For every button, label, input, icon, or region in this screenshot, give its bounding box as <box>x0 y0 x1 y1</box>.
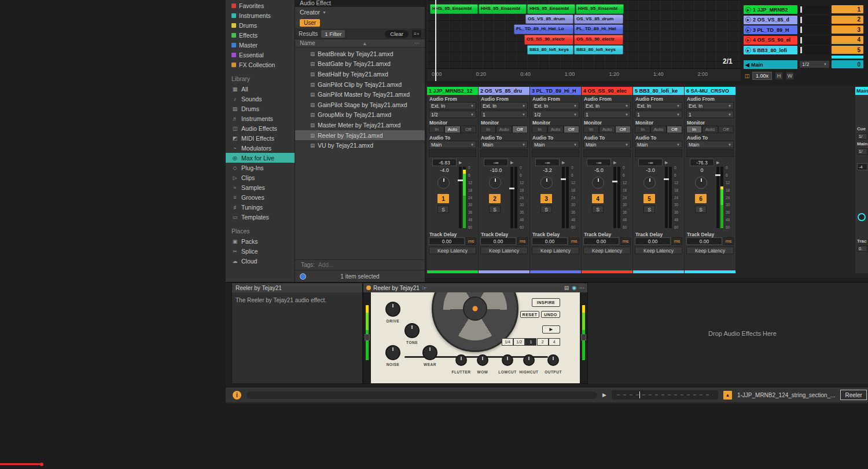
preview-play-icon[interactable]: ▶ <box>602 392 606 398</box>
drive-knob[interactable] <box>385 302 400 317</box>
main-number-box[interactable]: 0 <box>832 60 863 68</box>
monitor-in-button[interactable]: In <box>686 126 702 133</box>
volume-fader[interactable] <box>562 167 565 228</box>
track-delay-unit[interactable]: ms <box>620 237 631 245</box>
arrangement-clip[interactable]: OS_VS_85_drum <box>525 14 573 24</box>
arrangement-clip[interactable]: OS_VS_85_drum <box>574 14 623 24</box>
volume-value[interactable]: -5.0 <box>587 167 611 173</box>
pan-knob[interactable] <box>643 177 656 189</box>
library-item-audio-effects[interactable]: ◫Audio Effects <box>226 123 295 133</box>
library-item-templates[interactable]: ▭Templates <box>226 212 295 222</box>
device-tab-reeler[interactable]: Reeler <box>840 390 866 400</box>
track-delay-unit[interactable]: ms <box>723 237 734 245</box>
keep-latency-button[interactable]: Keep Latency <box>635 247 682 254</box>
volume-fader[interactable] <box>613 167 616 228</box>
wear-knob[interactable] <box>422 345 437 360</box>
track-delay-unit[interactable]: ms <box>517 237 528 245</box>
monitor-off-button[interactable]: Off <box>461 126 476 133</box>
input-type-select[interactable]: Ext. In▼ <box>429 102 476 109</box>
keep-latency-button[interactable]: Keep Latency <box>686 247 734 254</box>
arrangement-clip[interactable]: HHS_95_Ensembl <box>576 4 624 14</box>
collection-item-instruments[interactable]: Instruments <box>226 10 295 20</box>
filter-count-chip[interactable]: 1 Filter <box>321 30 345 38</box>
track-activator-button[interactable]: 1 <box>437 194 449 203</box>
pan-knob[interactable] <box>695 177 707 189</box>
volume-fader[interactable] <box>459 167 462 228</box>
monitor-off-button[interactable]: Off <box>667 126 682 133</box>
output-select[interactable]: Main▼ <box>429 141 476 148</box>
volume-value[interactable]: -10.0 <box>484 167 508 173</box>
crossfade-knob[interactable] <box>858 213 866 221</box>
keep-latency-button[interactable]: Keep Latency <box>583 247 631 254</box>
input-type-select[interactable]: Ext. In▼ <box>583 102 631 109</box>
places-item-packs[interactable]: ▣Packs <box>226 236 295 246</box>
arrangement-clip[interactable]: BB3_80_lofi_keys <box>527 45 573 55</box>
arrangement-clip[interactable]: PL_TD_89_Hi_Hat <box>574 24 623 34</box>
fader-handle[interactable] <box>458 179 463 181</box>
tone-knob[interactable] <box>404 323 420 338</box>
pan-knob[interactable] <box>592 177 604 189</box>
library-item-clips[interactable]: ▷Clips <box>226 173 295 182</box>
library-item-tunings[interactable]: ♯Tunings <box>226 202 295 212</box>
mixer-track-title[interactable]: 1 JJP_MRNB2_12 <box>427 87 478 95</box>
monitor-in-button[interactable]: In <box>429 126 444 133</box>
waveform-scrubber[interactable] <box>612 390 718 400</box>
division-1-button[interactable]: 1 <box>525 338 536 346</box>
clear-filters-button[interactable]: Clear <box>385 30 409 38</box>
monitor-in-button[interactable]: In <box>480 126 496 133</box>
tempo-multiplier[interactable]: 1.00x <box>752 72 772 80</box>
track-delay-value[interactable]: 0.00 <box>635 237 671 245</box>
main-out-select[interactable]: 1/ <box>857 148 867 155</box>
collection-item-favorites[interactable]: Favorites <box>226 1 295 10</box>
more-icon[interactable]: ⋯ <box>579 285 584 291</box>
name-column-header[interactable]: Name ▴ ⋯ <box>295 39 425 47</box>
left-rail-handle[interactable] <box>365 334 370 340</box>
device-title-bar[interactable]: Reeler by Tejay21 ☞ ▤ ◉ ⋯ <box>363 283 587 292</box>
solo-button[interactable]: S <box>489 206 501 213</box>
input-type-select[interactable]: Ext. In▼ <box>686 102 734 109</box>
solo-button[interactable]: S <box>695 206 707 213</box>
highcut-knob[interactable] <box>523 354 535 366</box>
solo-button[interactable]: S <box>540 206 552 213</box>
collection-item-fx-collection[interactable]: FX Collection <box>226 60 295 69</box>
main-track-delay-value[interactable]: 0. <box>857 246 867 252</box>
track-delay-value[interactable]: 0.00 <box>583 237 619 245</box>
flutter-knob[interactable] <box>455 354 467 366</box>
add-filter-icon[interactable]: ≡+ <box>412 30 421 38</box>
collection-item-essential[interactable]: Essential <box>226 50 295 60</box>
division-1-4-button[interactable]: 1/4 <box>502 338 513 346</box>
noise-knob[interactable] <box>385 345 400 360</box>
browser-file[interactable]: ▤BeatGate by Tejay21.amxd <box>295 59 425 69</box>
height-zoom-button[interactable]: H <box>775 72 783 80</box>
volume-fader[interactable] <box>716 167 719 228</box>
main-track-header[interactable]: ◀Main <box>744 60 797 69</box>
device-activator-icon[interactable] <box>366 285 371 290</box>
mixer-track-title[interactable]: 2 OS_VS_85_dru <box>479 87 529 95</box>
device-drop-area[interactable]: Drop Audio Effects Here <box>588 283 868 384</box>
track-activator-button[interactable]: 5 <box>643 194 655 203</box>
monitor-auto-button[interactable]: Auto <box>599 126 615 133</box>
main-strip-title[interactable]: Main <box>855 87 868 95</box>
library-item-plug-ins[interactable]: ◇Plug-Ins <box>226 163 295 173</box>
fader-handle[interactable] <box>612 181 617 182</box>
volume-fader[interactable] <box>510 167 513 228</box>
help-info-icon[interactable]: i <box>233 391 241 400</box>
collection-item-master[interactable]: Master <box>226 40 295 50</box>
fader-handle[interactable] <box>561 178 566 180</box>
track-number-box[interactable]: 1 <box>832 5 863 13</box>
input-channel-select[interactable]: 1▼ <box>635 111 682 118</box>
browser-file[interactable]: ▤BeatHalf by Tejay21.amxd <box>295 69 425 79</box>
library-item-midi-effects[interactable]: ◩MIDI Effects <box>226 133 295 143</box>
keep-latency-button[interactable]: Keep Latency <box>532 247 579 254</box>
arrangement-track-header[interactable]: ▶3 PL_TD_89_H <box>744 25 797 34</box>
monitor-off-button[interactable]: Off <box>564 126 579 133</box>
volume-value[interactable]: -4.0 <box>432 167 457 173</box>
track-activator-button[interactable]: 2 <box>489 194 501 203</box>
input-type-select[interactable]: Ext. In▼ <box>532 102 579 109</box>
category-filter[interactable]: Audio Effect <box>295 0 425 7</box>
track-delay-unit[interactable]: ms <box>466 237 476 245</box>
output-select[interactable]: Main▼ <box>480 141 528 148</box>
cue-out-select[interactable]: 1/ <box>857 133 867 140</box>
browser-file[interactable]: ▤GainPilot Master by Tejay21.amxd <box>295 89 425 100</box>
track-number-box[interactable]: 2 <box>832 16 863 24</box>
